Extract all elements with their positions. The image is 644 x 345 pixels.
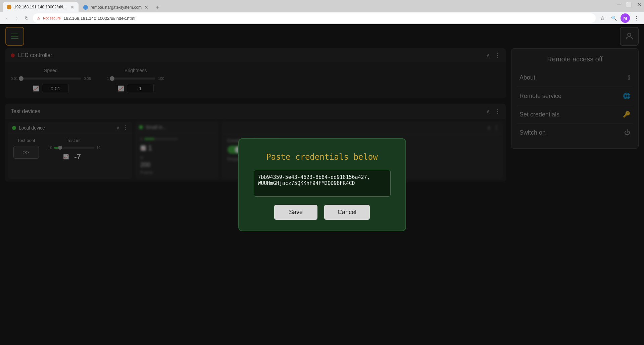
security-warning-text: Not secure bbox=[43, 16, 61, 20]
browser-chrome: 192.168.191.140:10002/ui/inde... ✕ remot… bbox=[0, 0, 644, 24]
zoom-button[interactable]: 🔍 bbox=[609, 13, 618, 23]
address-text: 192.168.191.140:10002/ui/index.html bbox=[63, 16, 135, 21]
profile-button[interactable]: M bbox=[621, 13, 630, 23]
forward-button[interactable]: › bbox=[13, 14, 21, 22]
credentials-dialog: Paste credentials below 7bb94359-5e43-46… bbox=[238, 138, 406, 231]
browser-tab-active[interactable]: 192.168.191.140:10002/ui/inde... ✕ bbox=[3, 2, 79, 12]
tab-close-1[interactable]: ✕ bbox=[70, 4, 75, 10]
browser-addressbar: ‹ › ↻ ⚠ Not secure 192.168.191.140:10002… bbox=[0, 12, 644, 24]
tab-favicon-1 bbox=[7, 5, 11, 9]
close-button[interactable]: ✕ bbox=[637, 1, 641, 8]
credentials-input[interactable]: 7bb94359-5e43-4623-8b84-dd918156a427, WU… bbox=[254, 170, 391, 197]
address-bar[interactable]: ⚠ Not secure 192.168.191.140:10002/ui/in… bbox=[33, 13, 596, 23]
browser-tabs: 192.168.191.140:10002/ui/inde... ✕ remot… bbox=[0, 0, 644, 12]
extensions-button[interactable]: ⋮ bbox=[632, 13, 641, 23]
reload-button[interactable]: ↻ bbox=[23, 14, 31, 22]
tab-label-1: 192.168.191.140:10002/ui/inde... bbox=[14, 5, 68, 9]
restore-button[interactable]: ⬜ bbox=[626, 2, 632, 7]
window-controls: ─ ⬜ ✕ bbox=[617, 1, 641, 8]
save-button[interactable]: Save bbox=[274, 205, 317, 220]
minimize-button[interactable]: ─ bbox=[617, 2, 621, 8]
cancel-button[interactable]: Cancel bbox=[324, 205, 370, 220]
browser-tab-inactive[interactable]: remote.stargate-system.com ✕ bbox=[79, 3, 152, 12]
app-content: LED controller ∧ ⋮ Speed 0.01 bbox=[0, 24, 644, 345]
bookmark-button[interactable]: ☆ bbox=[598, 13, 607, 23]
dialog-title: Paste credentials below bbox=[266, 152, 378, 162]
dialog-overlay: Paste credentials below 7bb94359-5e43-46… bbox=[0, 24, 644, 345]
new-tab-button[interactable]: + bbox=[153, 3, 162, 12]
tab-favicon-2 bbox=[83, 5, 88, 10]
tab-close-2[interactable]: ✕ bbox=[144, 5, 148, 10]
back-button[interactable]: ‹ bbox=[3, 14, 11, 22]
dialog-buttons: Save Cancel bbox=[274, 205, 370, 220]
security-warning-icon: ⚠ bbox=[37, 16, 40, 20]
tab-label-2: remote.stargate-system.com bbox=[91, 5, 142, 10]
